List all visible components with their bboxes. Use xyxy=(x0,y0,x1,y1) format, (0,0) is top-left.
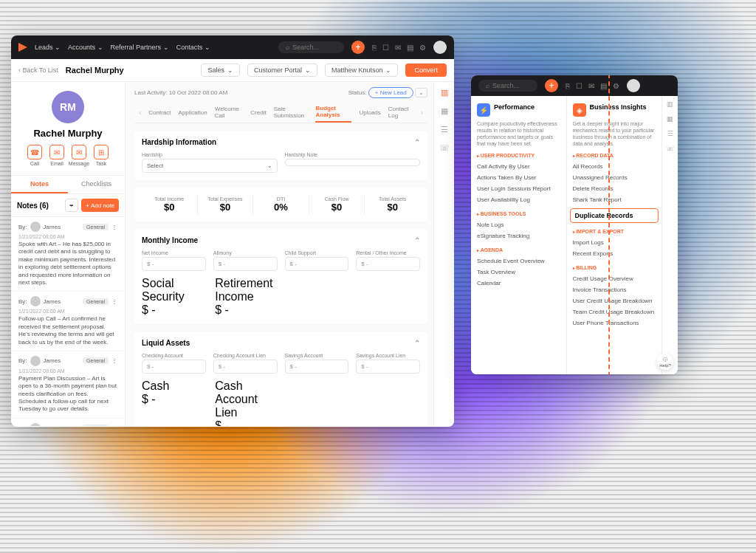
link-item[interactable]: Schedule Event Overview xyxy=(477,255,560,267)
user-avatar[interactable] xyxy=(433,41,447,54)
nav-contacts[interactable]: Contacts ⌄ xyxy=(176,44,210,51)
layers-icon[interactable]: ▤ xyxy=(600,82,607,90)
savings-input[interactable]: $ - xyxy=(285,360,349,374)
chevron-down-icon[interactable]: ⌄ xyxy=(415,88,427,97)
link-item[interactable]: Actions Taken By User xyxy=(477,172,560,183)
note-item[interactable]: By:JamesGeneral⋮ 1/21/2022 08:00 AM Foll… xyxy=(13,292,123,351)
list-icon[interactable]: ☰ xyxy=(441,125,448,134)
chart-icon[interactable]: ▥ xyxy=(667,100,673,108)
hardship-note-input[interactable] xyxy=(285,159,421,166)
link-item[interactable]: Recent Exports xyxy=(573,248,656,259)
action-email[interactable]: ✉Email xyxy=(48,145,66,166)
tab-contactlog[interactable]: Contact Log xyxy=(388,103,413,122)
tab-credit[interactable]: Credit xyxy=(250,106,266,119)
alimony-input[interactable]: $ - xyxy=(213,257,278,271)
ss-input[interactable]: $ - xyxy=(142,303,207,317)
gear-icon[interactable]: ⚙ xyxy=(613,82,619,90)
link-item[interactable]: Delete Records xyxy=(573,183,656,194)
add-button-2[interactable]: + xyxy=(545,79,558,92)
tab-contract[interactable]: Contract xyxy=(148,106,171,119)
collapse-icon[interactable]: ⌃ xyxy=(414,138,420,146)
nav-referral[interactable]: Referral Partners ⌄ xyxy=(111,44,169,51)
tab-checklists[interactable]: Checklists xyxy=(68,176,125,193)
search-box[interactable]: ⌕ xyxy=(278,41,344,53)
scroll-left-icon[interactable]: ‹ xyxy=(139,106,141,120)
scroll-right-icon[interactable]: › xyxy=(421,106,423,120)
chat-icon[interactable]: ☐ xyxy=(382,44,389,52)
rental-income-input[interactable]: $ - xyxy=(356,257,420,271)
link-item[interactable]: Team Credit Usage Breakdown xyxy=(573,306,656,317)
checking-input[interactable]: $ - xyxy=(142,360,206,374)
filter-icon[interactable]: ⫧ xyxy=(65,199,78,212)
doc-icon[interactable]: ⎘ xyxy=(566,82,570,90)
duplicate-records-link[interactable]: Duplicate Records xyxy=(570,208,659,223)
tab-application[interactable]: Application xyxy=(179,106,207,119)
phone-icon[interactable]: ☏ xyxy=(666,145,674,152)
checking-lien-input[interactable]: $ - xyxy=(213,360,278,374)
tab-sale[interactable]: Sale Submission xyxy=(274,103,309,122)
cash-lien-input[interactable]: $ - xyxy=(215,419,281,426)
status-pill[interactable]: + New Lead xyxy=(368,87,413,98)
link-item[interactable]: Task Overview xyxy=(477,267,560,278)
link-item[interactable]: User Login Sessions Report xyxy=(477,183,560,194)
savings-lien-input[interactable]: $ - xyxy=(356,360,420,374)
link-item[interactable]: User Credit Usage Breakdown xyxy=(573,295,656,306)
tab-uploads[interactable]: Uploads xyxy=(359,106,380,119)
list-icon[interactable]: ☰ xyxy=(667,130,673,137)
user-avatar-2[interactable] xyxy=(627,79,640,92)
link-item[interactable]: Calendar xyxy=(477,278,560,289)
tab-notes[interactable]: Notes xyxy=(11,176,68,193)
link-item[interactable]: Invoice Transactions xyxy=(573,284,656,295)
link-item[interactable]: Shark Tank Report xyxy=(573,194,656,205)
dd-sales[interactable]: Sales ⌄ xyxy=(201,63,240,77)
link-item[interactable]: All Records xyxy=(573,161,656,172)
retirement-input[interactable]: $ - xyxy=(215,303,281,317)
dd-owner[interactable]: Matthew Knutson ⌄ xyxy=(325,63,399,77)
more-icon[interactable]: ⋮ xyxy=(111,298,117,305)
help-bubble[interactable]: ⓘHelp? xyxy=(657,354,673,370)
hardship-select[interactable]: Select⌄ xyxy=(142,159,278,173)
action-task[interactable]: ⊞Task xyxy=(92,145,110,166)
chat-icon[interactable]: ☐ xyxy=(576,82,583,90)
note-item[interactable]: By:JamesGeneral⋮ 1/21/2022 08:00 AM Paym… xyxy=(13,351,123,419)
link-item[interactable]: User Phone Transactions xyxy=(573,317,656,329)
action-call[interactable]: ☎Call xyxy=(26,145,44,166)
child-support-input[interactable]: $ - xyxy=(285,257,349,271)
search-input[interactable] xyxy=(292,44,337,51)
search-box-2[interactable]: ⌕ xyxy=(478,80,537,92)
add-button[interactable]: + xyxy=(351,41,365,54)
more-icon[interactable]: ⋮ xyxy=(111,224,117,230)
link-item[interactable]: Call Activity By User xyxy=(477,161,560,172)
more-icon[interactable]: ⋮ xyxy=(111,425,117,426)
convert-button[interactable]: Convert xyxy=(405,63,447,77)
cash-input[interactable]: $ - xyxy=(142,393,207,406)
collapse-icon[interactable]: ⌃ xyxy=(414,236,420,244)
back-link[interactable]: ‹ Back To List xyxy=(18,66,58,74)
search-input-2[interactable] xyxy=(492,82,529,89)
action-message[interactable]: ✉Message xyxy=(70,145,88,166)
nav-leads[interactable]: Leads ⌄ xyxy=(35,44,61,51)
link-item[interactable]: Credit Usage Overview xyxy=(573,273,656,284)
phone-icon[interactable]: ☏ xyxy=(439,143,450,153)
collapse-icon[interactable]: ⌃ xyxy=(414,339,420,347)
link-item[interactable]: Import Logs xyxy=(573,237,656,248)
add-note-button[interactable]: + Add note xyxy=(81,199,119,212)
chart-icon[interactable]: ▥ xyxy=(441,88,448,97)
link-item[interactable]: eSignature Tracking xyxy=(477,230,560,241)
gear-icon[interactable]: ⚙ xyxy=(419,44,426,52)
calendar-icon[interactable]: ▦ xyxy=(441,106,448,116)
link-item[interactable]: Unassigned Records xyxy=(573,172,656,183)
nav-accounts[interactable]: Accounts ⌄ xyxy=(68,44,103,51)
net-income-input[interactable]: $ - xyxy=(142,257,206,271)
mail-icon[interactable]: ✉ xyxy=(395,44,401,52)
link-item[interactable]: User Availability Log xyxy=(477,194,560,205)
more-icon[interactable]: ⋮ xyxy=(111,357,117,364)
link-item[interactable]: Note Logs xyxy=(477,219,560,230)
note-item[interactable]: By:JamesGeneral⋮ 1/21/2022 08:00 AM Spok… xyxy=(13,217,123,292)
layers-icon[interactable]: ▤ xyxy=(407,44,413,52)
dd-portal[interactable]: Customer Portal ⌄ xyxy=(247,63,317,77)
tab-welcome[interactable]: Welcome Call xyxy=(215,103,244,122)
mail-icon[interactable]: ✉ xyxy=(588,82,594,90)
tab-budget[interactable]: Budget Analysis xyxy=(315,102,351,123)
note-item[interactable]: By:JamesGeneral⋮ 1/21/2022 08:00 AM xyxy=(13,419,123,426)
